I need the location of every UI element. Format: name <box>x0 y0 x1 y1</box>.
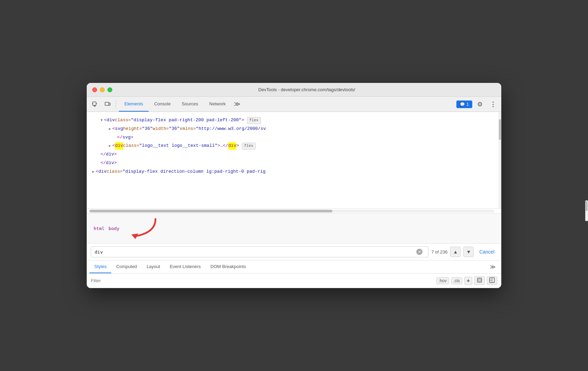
code-line-4[interactable]: ▶ <div class="logo__text logo__text-smal… <box>87 142 501 150</box>
search-clear-button[interactable]: ✕ <box>416 249 423 255</box>
close-button[interactable] <box>92 87 97 92</box>
search-cancel-button[interactable]: Cancel <box>476 248 497 256</box>
tab-network[interactable]: Network <box>204 97 231 112</box>
devtools-window: DevTools - developer.chrome.com/tags/dev… <box>87 83 501 288</box>
hov-button[interactable]: :hov <box>436 277 449 284</box>
vertical-scrollbar[interactable] <box>499 112 501 208</box>
devtools-toolbar: Elements Console Sources Network ≫ 💬 1 ⚙ <box>87 97 501 112</box>
flex-badge: flex <box>247 117 261 124</box>
add-style-button[interactable]: + <box>464 277 472 285</box>
svg-rect-8 <box>477 278 482 282</box>
tab-sources[interactable]: Sources <box>176 97 204 112</box>
tab-styles[interactable]: Styles <box>89 260 111 273</box>
search-prev-button[interactable]: ▲ <box>450 247 461 257</box>
tab-layout[interactable]: Layout <box>142 260 165 273</box>
editor-wrapper: ▼ <div class="display-flex pad-right-200… <box>87 112 501 213</box>
inspect-icon[interactable] <box>89 99 101 110</box>
tab-more[interactable]: ≫ <box>231 97 243 112</box>
search-input-wrapper[interactable]: ✕ <box>91 246 428 257</box>
code-line-3[interactable]: </svg> <box>87 133 501 142</box>
search-count: 7 of 236 <box>431 249 447 255</box>
flex-badge-2: flex <box>242 143 256 150</box>
html-editor[interactable]: ▼ <div class="display-flex pad-right-200… <box>87 112 501 209</box>
arrow-annotation <box>128 216 169 241</box>
traffic-lights <box>92 87 112 92</box>
tab-event-listeners[interactable]: Event Listeners <box>165 260 206 273</box>
code-line-5[interactable]: </div> <box>87 150 501 159</box>
tab-console[interactable]: Console <box>149 97 176 112</box>
svg-rect-9 <box>478 279 481 281</box>
styles-tab-nav: Styles Computed Layout Event Listeners D… <box>87 260 501 274</box>
svg-rect-6 <box>109 103 110 105</box>
refresh-styles-icon[interactable] <box>474 276 485 285</box>
filter-input[interactable] <box>91 278 434 283</box>
breadcrumb-body[interactable]: body <box>107 225 121 232</box>
window-title: DevTools - developer.chrome.com/tags/dev… <box>118 87 496 92</box>
code-line-2[interactable]: ▶ <svg height="36" width="36" xmlns="htt… <box>87 125 501 133</box>
main-tab-nav: Elements Console Sources Network ≫ <box>119 97 455 112</box>
notification-icon: 💬 <box>460 102 465 107</box>
settings-icon[interactable]: ⚙ <box>474 99 485 110</box>
styles-panel: Styles Computed Layout Event Listeners D… <box>87 260 501 288</box>
device-toggle-icon[interactable] <box>102 99 113 110</box>
tab-computed[interactable]: Computed <box>111 260 142 273</box>
dom-path-breadcrumb: html body <box>87 213 501 244</box>
horizontal-scrollbar-thumb[interactable] <box>89 210 332 212</box>
toolbar-right: 💬 1 ⚙ ⋮ <box>456 99 499 110</box>
maximize-button[interactable] <box>107 87 112 92</box>
horizontal-scrollbar-area <box>87 209 501 213</box>
search-next-button[interactable]: ▼ <box>463 247 474 257</box>
styles-more-tabs-icon[interactable]: ≫ <box>487 261 499 273</box>
code-line-6[interactable]: </div> <box>87 159 501 168</box>
notification-button[interactable]: 💬 1 <box>456 101 472 108</box>
horizontal-scrollbar-track[interactable] <box>89 210 494 212</box>
svg-rect-5 <box>105 102 109 105</box>
tab-elements[interactable]: Elements <box>119 97 149 112</box>
collapse-triangle[interactable]: ▼ <box>101 118 103 123</box>
tab-dom-breakpoints[interactable]: DOM Breakpoints <box>206 260 251 273</box>
chevron-down-icon: ▼ <box>466 249 471 255</box>
minimize-button[interactable] <box>100 87 105 92</box>
panel-layout-icon[interactable] <box>487 276 497 285</box>
code-line-7[interactable]: ▶ <div class="display-flex direction-col… <box>87 168 501 176</box>
more-options-icon[interactable]: ⋮ <box>487 99 499 110</box>
breadcrumb-html[interactable]: html <box>92 225 106 232</box>
toolbar-separator <box>116 100 116 108</box>
filter-actions: :hov .cls + <box>436 276 497 285</box>
filter-bar: :hov .cls + <box>87 274 501 288</box>
collapse-triangle[interactable]: ▶ <box>109 143 111 149</box>
title-bar: DevTools - developer.chrome.com/tags/dev… <box>87 83 501 97</box>
collapse-triangle[interactable]: ▶ <box>109 126 111 132</box>
search-input[interactable] <box>95 249 416 255</box>
code-line-1[interactable]: ▼ <div class="display-flex pad-right-200… <box>87 116 501 125</box>
search-bar: ✕ 7 of 236 ▲ ▼ Cancel <box>87 244 501 260</box>
collapse-triangle[interactable]: ▶ <box>92 169 94 175</box>
cls-button[interactable]: .cls <box>451 277 462 284</box>
chevron-up-icon: ▲ <box>453 249 458 255</box>
vertical-scrollbar-thumb[interactable] <box>499 119 501 140</box>
